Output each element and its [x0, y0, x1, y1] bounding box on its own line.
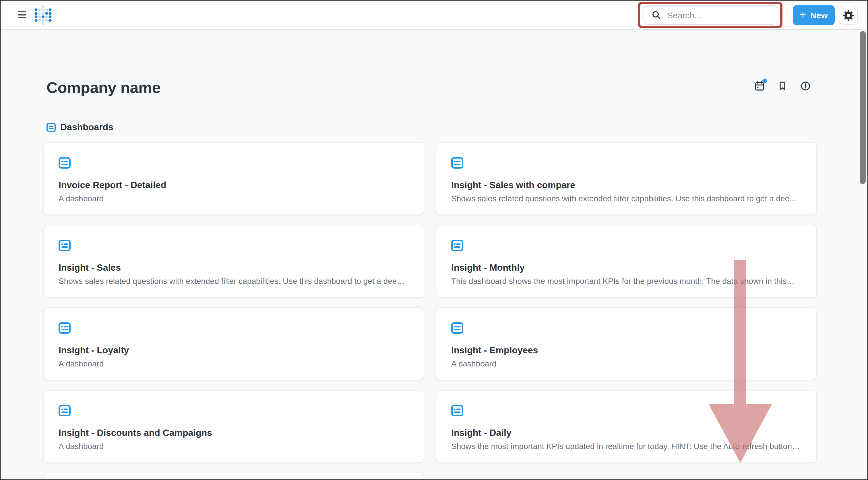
dashboard-card[interactable]: Insight - Sales with compare Shows sales… [436, 142, 817, 215]
gear-icon [842, 9, 854, 21]
card-description: Shows sales related questions with exten… [451, 194, 801, 203]
notification-dot [763, 78, 767, 83]
dashboard-icon [451, 322, 463, 334]
dashboard-icon [451, 157, 463, 169]
card-title: Insight - Employees [451, 345, 801, 355]
dashboard-card[interactable]: Insight - Sales Shows sales related ques… [43, 225, 424, 298]
dashboard-card-partial[interactable] [43, 473, 424, 480]
card-description: A dashboard [59, 359, 409, 368]
card-description: A dashboard [451, 359, 801, 368]
dashboard-card[interactable]: Insight - Daily Shows the most important… [436, 390, 817, 463]
card-title: Insight - Sales [59, 263, 409, 273]
new-button[interactable]: + New [793, 5, 835, 25]
search-input-container[interactable] [644, 5, 777, 25]
collection-content: Company name [0, 29, 868, 480]
scrollbar-thumb[interactable] [859, 30, 866, 185]
card-description: This dashboard shows the most important … [451, 276, 801, 285]
metabase-logo-icon[interactable] [34, 5, 52, 25]
dashboard-card[interactable]: Insight - Discounts and Campaigns A dash… [43, 390, 424, 463]
search-input[interactable] [666, 9, 777, 20]
top-navbar: + New [0, 0, 868, 30]
app-window: + New Company name [0, 0, 868, 480]
card-title: Insight - Sales with compare [451, 180, 801, 191]
new-button-label: New [810, 10, 828, 20]
dashboard-card[interactable]: Insight - Loyalty A dashboard [43, 307, 424, 380]
card-title: Invoice Report - Detailed [59, 180, 409, 191]
card-title: Insight - Monthly [451, 263, 801, 273]
dashboard-section-icon [46, 123, 56, 132]
dashboard-card[interactable]: Invoice Report - Detailed A dashboard [43, 142, 424, 215]
card-title: Insight - Loyalty [59, 345, 409, 355]
info-icon [800, 81, 811, 91]
dashboard-icon [59, 157, 71, 169]
sidebar-toggle-button[interactable] [18, 11, 26, 19]
card-title: Insight - Daily [451, 428, 801, 438]
bookmark-icon [777, 81, 787, 91]
card-description: A dashboard [59, 442, 409, 451]
collection-header-actions [754, 81, 811, 91]
dashboard-card[interactable]: Insight - Monthly This dashboard shows t… [436, 225, 817, 298]
dashboard-card-grid: Invoice Report - Detailed A dashboard In… [43, 142, 817, 480]
dashboard-icon [59, 405, 71, 416]
dashboard-icon [451, 240, 463, 251]
section-title: Dashboards [60, 122, 113, 133]
page-title: Company name [46, 79, 160, 97]
events-calendar-button[interactable] [754, 81, 765, 91]
dashboard-icon [451, 405, 463, 416]
dashboard-icon [59, 322, 71, 334]
dashboard-icon [59, 240, 71, 251]
dashboards-section-header: Dashboards [46, 122, 113, 133]
card-description: Shows the most important KPIs updated in… [451, 442, 801, 451]
plus-icon: + [800, 9, 806, 20]
card-title: Insight - Discounts and Campaigns [59, 428, 409, 438]
bookmark-button[interactable] [777, 81, 787, 91]
settings-button[interactable] [839, 6, 858, 25]
info-button[interactable] [800, 81, 811, 91]
dashboard-card[interactable]: Insight - Employees A dashboard [436, 307, 817, 380]
card-description: Shows sales related questions with exten… [59, 276, 409, 285]
card-description: A dashboard [59, 194, 409, 203]
search-icon [652, 10, 661, 20]
